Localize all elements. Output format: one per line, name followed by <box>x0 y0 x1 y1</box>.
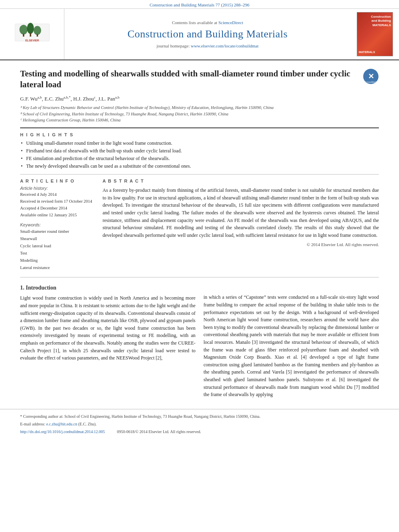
journal-homepage-text: journal homepage: www.elsevier.com/locat… <box>72 43 343 48</box>
issn-text: 0950-0618/© 2014 Elsevier Ltd. All right… <box>117 429 201 434</box>
highlights-divider <box>20 174 379 175</box>
journal-ref-text: Construction and Building Materials 77 (… <box>150 2 249 7</box>
affiliation-b: ᵇ School of Civil Engineering, Harbin In… <box>20 111 379 117</box>
corresponding-author-note: * Corresponding author at: School of Civ… <box>20 413 379 419</box>
article-info-label: A R T I C L E I N F O <box>20 179 95 183</box>
svg-rect-5 <box>30 33 31 37</box>
svg-point-1 <box>19 25 28 35</box>
svg-rect-6 <box>37 34 38 37</box>
author-email[interactable]: e.c.zhu@hit.edu.cn <box>46 422 77 426</box>
abstract-divider <box>20 277 379 277</box>
article-title: Testing and modelling of shearwalls stud… <box>20 68 357 90</box>
introduction-section: 1. Introduction Light wood frame constru… <box>20 285 379 401</box>
svg-point-2 <box>27 23 34 34</box>
cover-title-text: Construction and Building MATERIALS <box>371 15 391 27</box>
abstract-label: A B S T R A C T <box>103 179 379 183</box>
highlight-item-1: Utilising small-diameter round timber in… <box>20 140 379 147</box>
keywords-list: Small-diameter round timber Shearwall Cy… <box>20 228 95 271</box>
journal-header: ELSEVIER Contents lists available at Sci… <box>0 9 399 60</box>
introduction-right-text: in which a series of “Capstone” tests we… <box>204 294 379 398</box>
title-divider <box>20 127 379 128</box>
keyword-2: Shearwall <box>20 235 95 242</box>
keyword-5: Modelling <box>20 257 95 264</box>
doi-url[interactable]: http://dx.doi.org/10.1016/j.conbuildmat.… <box>20 429 105 434</box>
svg-point-3 <box>33 26 41 35</box>
affiliations: ᵃ Key Lab of Structures Dynamic Behavior… <box>20 105 379 123</box>
introduction-left-text: Light wood frame construction is widely … <box>20 294 195 362</box>
highlights-section: H I G H L I G H T S Utilising small-diam… <box>20 132 379 170</box>
page-footer: * Corresponding author at: School of Civ… <box>0 409 399 437</box>
email-note: E-mail address: e.c.zhu@hit.edu.cn (E.C.… <box>20 421 379 427</box>
journal-title-area: Contents lists available at ScienceDirec… <box>64 9 351 60</box>
keywords-label: Keywords: <box>20 222 95 227</box>
journal-cover-area: Construction and Building MATERIALS MATE… <box>351 9 399 60</box>
highlight-item-4: The newly developed shearwalls can be us… <box>20 162 379 170</box>
highlight-item-3: FE simulation and prediction of the stru… <box>20 155 379 162</box>
revised-date: Received in revised form 17 October 2014 <box>20 198 95 205</box>
introduction-right-column: in which a series of “Capstone” tests we… <box>204 285 379 401</box>
highlights-list: Utilising small-diameter round timber in… <box>20 140 379 170</box>
cover-bottom-text: MATERIALS <box>359 51 391 53</box>
received-date: Received 4 July 2014 <box>20 191 95 198</box>
section-title: 1. Introduction <box>20 285 195 291</box>
available-date: Available online 12 January 2015 <box>20 212 95 219</box>
svg-rect-4 <box>23 34 24 37</box>
accepted-date: Accepted 4 December 2014 <box>20 205 95 212</box>
article-dates: Received 4 July 2014 Received in revised… <box>20 191 95 218</box>
abstract-text: As a forestry by-product mainly from thi… <box>103 187 379 239</box>
page: Construction and Building Materials 77 (… <box>0 0 399 532</box>
contents-available-text: Contents lists available at ScienceDirec… <box>72 20 343 25</box>
journal-reference-bar: Construction and Building Materials 77 (… <box>0 0 399 9</box>
copyright-line: © 2014 Elsevier Ltd. All rights reserved… <box>103 242 379 247</box>
svg-text:CrossMark: CrossMark <box>365 81 377 83</box>
affiliation-a: ᵃ Key Lab of Structures Dynamic Behavior… <box>20 105 379 111</box>
highlight-item-2: Firsthand test data of shearwalls with t… <box>20 147 379 155</box>
keyword-1: Small-diameter round timber <box>20 228 95 235</box>
article-info-panel: A R T I C L E I N F O Article history: R… <box>20 179 95 271</box>
introduction-left-column: 1. Introduction Light wood frame constru… <box>20 285 195 401</box>
article-body: A R T I C L E I N F O Article history: R… <box>20 179 379 271</box>
elsevier-logo-icon: ELSEVIER <box>8 22 56 46</box>
main-content: Testing and modelling of shearwalls stud… <box>0 60 399 409</box>
abstract-panel: A B S T R A C T As a forestry by-product… <box>103 179 379 271</box>
keyword-4: Test <box>20 250 95 257</box>
authors-line: G.F. Wua,b, E.C. Zhua,b,*, H.J. Zhouc, J… <box>20 95 379 102</box>
affiliation-c: ᶜ Heilongjiang Construction Group, Harbi… <box>20 117 379 123</box>
article-history-label: Article history: <box>20 186 95 191</box>
highlights-label: H I G H L I G H T S <box>20 132 379 137</box>
publisher-logo-area: ELSEVIER <box>0 9 64 60</box>
sciencedirect-link[interactable]: ScienceDirect <box>218 20 243 25</box>
footer-links-row: http://dx.doi.org/10.1016/j.conbuildmat.… <box>20 429 379 434</box>
article-title-section: Testing and modelling of shearwalls stud… <box>20 68 379 90</box>
journal-name-heading: Construction and Building Materials <box>72 28 343 40</box>
keyword-6: Lateral resistance <box>20 264 95 271</box>
crossmark-icon[interactable]: ✕ CrossMark <box>363 68 379 84</box>
svg-text:✕: ✕ <box>368 72 374 80</box>
journal-cover-image: Construction and Building MATERIALS MATE… <box>357 12 393 56</box>
keyword-3: Cyclic lateral load <box>20 242 95 250</box>
homepage-url[interactable]: www.elsevier.com/locate/conbuildmat <box>191 43 259 48</box>
svg-text:ELSEVIER: ELSEVIER <box>25 39 39 42</box>
